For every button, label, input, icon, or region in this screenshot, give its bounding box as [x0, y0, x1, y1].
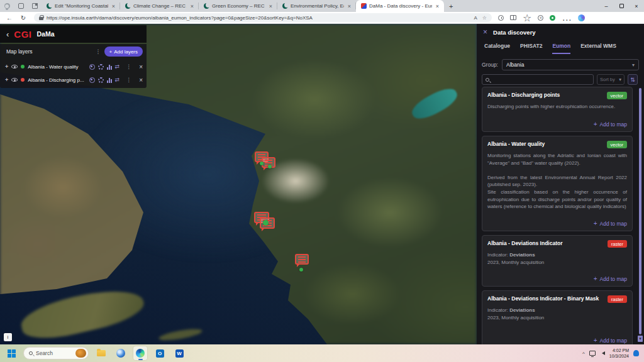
- layer-color-dot: [21, 78, 25, 82]
- sort-order-button[interactable]: ⇅: [628, 74, 638, 85]
- collections-icon[interactable]: +: [538, 15, 543, 21]
- map-marker-water-quality[interactable]: [268, 165, 272, 168]
- settings-menu-icon[interactable]: …: [562, 12, 572, 23]
- visibility-eye-icon[interactable]: [11, 65, 18, 69]
- map-canvas[interactable]: i ‹ CGI DaMa Map layers ⋮ + Add layers +…: [0, 24, 477, 344]
- layer-chart-icon[interactable]: [107, 77, 112, 83]
- read-aloud-icon[interactable]: A: [474, 15, 477, 21]
- browser-tab[interactable]: Environmental Policy, Education a ×: [277, 0, 356, 12]
- layer-menu-icon[interactable]: ⋮: [123, 77, 135, 83]
- panel-scrollbar[interactable]: [639, 88, 641, 334]
- add-to-map-button[interactable]: + Add to map: [594, 121, 627, 128]
- visibility-eye-icon[interactable]: [11, 78, 18, 82]
- tab-close-icon[interactable]: ×: [347, 3, 352, 9]
- restore-icon: [619, 4, 624, 8]
- file-explorer-button[interactable]: [94, 346, 108, 360]
- address-bar[interactable]: https://ope.insula.earth/dama/discovery/…: [34, 13, 492, 22]
- profile-button[interactable]: [0, 0, 14, 12]
- minimize-button[interactable]: –: [599, 0, 614, 12]
- layer-compare-icon[interactable]: ⇄: [115, 77, 120, 83]
- add-to-map-button[interactable]: + Add to map: [594, 337, 627, 344]
- network-icon[interactable]: [589, 351, 596, 356]
- tab-close-icon[interactable]: ×: [435, 3, 440, 9]
- copilot-icon[interactable]: [578, 14, 585, 21]
- lock-icon: [39, 17, 43, 20]
- browser-tab[interactable]: Edit "Monitoring Coastal Eutrophi ×: [42, 0, 120, 12]
- zoom-to-layer-icon[interactable]: [89, 77, 95, 83]
- browser-app-icon: [116, 349, 125, 358]
- zoom-to-layer-icon[interactable]: [89, 64, 95, 70]
- layer-chart-icon[interactable]: [107, 64, 112, 70]
- toolbar-icons: ☆ + …: [498, 12, 585, 24]
- new-tab-button[interactable]: +: [444, 3, 458, 10]
- browser-essentials-icon[interactable]: [550, 15, 555, 21]
- drag-handle-icon[interactable]: +: [5, 77, 8, 83]
- back-button[interactable]: ←: [3, 14, 16, 21]
- tab-close-icon[interactable]: ×: [111, 3, 116, 9]
- app-title: DaMa: [37, 30, 55, 38]
- vector-badge: vector: [607, 92, 627, 99]
- favorites-icon[interactable]: ☆: [523, 12, 531, 24]
- tab-actions-button[interactable]: [28, 0, 42, 12]
- taskbar-search[interactable]: Search: [23, 347, 89, 359]
- sort-by-select[interactable]: Sort by ▾: [597, 74, 625, 85]
- site-favicon: [282, 3, 288, 9]
- tab-catalogue[interactable]: Catalogue: [484, 43, 510, 54]
- close-window-button[interactable]: ×: [629, 0, 644, 12]
- dataset-card[interactable]: Albania - Deviations Indicator - Binary …: [482, 290, 633, 344]
- word-button[interactable]: W: [172, 346, 186, 360]
- tab-close-icon[interactable]: ×: [189, 3, 195, 9]
- map-marker-water-quality[interactable]: [263, 220, 269, 226]
- workspaces-button[interactable]: [14, 0, 28, 12]
- restore-button[interactable]: [614, 0, 629, 12]
- panel-title: Data discovery: [493, 29, 536, 36]
- back-chevron-icon[interactable]: ‹: [6, 30, 9, 39]
- map-marker-water-quality[interactable]: [299, 268, 303, 272]
- add-to-map-button[interactable]: + Add to map: [594, 275, 627, 282]
- speaker-icon[interactable]: [600, 351, 605, 355]
- layer-menu-icon[interactable]: ⋮: [123, 63, 135, 70]
- drag-handle-icon[interactable]: +: [5, 63, 8, 70]
- map-attribution-button[interactable]: i: [4, 333, 12, 341]
- close-panel-icon[interactable]: ×: [483, 28, 487, 36]
- browser-tab-active[interactable]: DaMa - Data discovery - Eumon ×: [356, 0, 444, 12]
- tab-external-wms[interactable]: External WMS: [580, 43, 616, 54]
- tab-eumon[interactable]: Eumon: [552, 43, 570, 54]
- tab-title: Environmental Policy, Education a: [291, 3, 344, 9]
- refresh-button[interactable]: ↻: [16, 14, 30, 21]
- layers-menu-icon[interactable]: ⋮: [92, 48, 104, 55]
- scrollbar-down-arrow[interactable]: ▾: [638, 336, 643, 342]
- tab-phisat2[interactable]: PHISAT2: [520, 43, 542, 54]
- tab-close-icon[interactable]: ×: [268, 3, 274, 9]
- history-icon[interactable]: [498, 15, 504, 21]
- layer-settings-icon[interactable]: [98, 64, 104, 70]
- browser-app-button[interactable]: [114, 346, 128, 360]
- start-button[interactable]: [8, 349, 16, 358]
- map-marker-water-quality[interactable]: [260, 162, 264, 165]
- dataset-card[interactable]: Albania - Discharging points vector Disc…: [482, 87, 633, 132]
- remove-layer-icon[interactable]: ×: [138, 63, 143, 70]
- map-marker-discharging[interactable]: [295, 254, 309, 265]
- add-to-map-button[interactable]: + Add to map: [594, 220, 627, 227]
- layer-row: + Albania - Water quality ⇄ ⋮ ×: [0, 60, 147, 73]
- remove-layer-icon[interactable]: ×: [138, 77, 143, 84]
- dataset-card[interactable]: Albania - Deviations Indicator raster In…: [482, 235, 633, 287]
- tab-actions-icon: [32, 3, 38, 9]
- outlook-button[interactable]: O: [153, 346, 167, 360]
- plus-icon: +: [109, 49, 113, 55]
- dataset-card[interactable]: Albania - Water quality vector Monitorin…: [482, 136, 633, 231]
- search-input[interactable]: [492, 77, 590, 82]
- split-screen-icon[interactable]: [510, 15, 516, 20]
- hidden-icons-chevron[interactable]: ^: [582, 351, 585, 356]
- browser-tab[interactable]: Green Economy – REC Albania ×: [199, 0, 277, 12]
- notification-bell-icon[interactable]: [633, 350, 639, 356]
- search-box[interactable]: [482, 74, 594, 85]
- taskbar-clock[interactable]: 4:02 PM 10/3/2024: [609, 348, 629, 359]
- layer-compare-icon[interactable]: ⇄: [115, 63, 120, 70]
- add-layers-button[interactable]: + Add layers: [104, 47, 143, 57]
- edge-button[interactable]: [133, 346, 147, 360]
- layer-settings-icon[interactable]: [98, 77, 104, 83]
- group-select[interactable]: Albania ▾: [502, 59, 639, 70]
- browser-tab[interactable]: Climate Change – REC Albania ×: [120, 0, 199, 12]
- favorite-star-icon[interactable]: ☆: [482, 15, 487, 21]
